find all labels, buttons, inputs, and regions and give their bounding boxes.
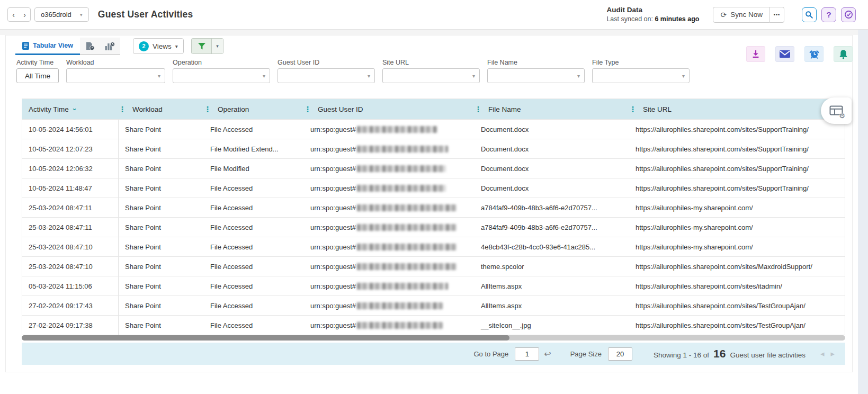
- email-report-button[interactable]: [775, 46, 794, 62]
- column-separator-icon[interactable]: ⋮: [204, 105, 218, 113]
- page-size-input[interactable]: [608, 347, 632, 361]
- column-header-file-name[interactable]: ⋮File Name: [475, 99, 629, 119]
- table-row[interactable]: 10-05-2024 12:07:23Share PointFile Modif…: [22, 139, 845, 158]
- guest-id-prefix: urn:spo:guest#: [310, 321, 356, 329]
- table-row[interactable]: 25-03-2024 08:47:11Share PointFile Acces…: [22, 198, 845, 217]
- back-icon[interactable]: ‹: [8, 8, 19, 21]
- cell-operation: File Accessed: [204, 316, 304, 335]
- column-chooser-button[interactable]: ⚙: [821, 97, 852, 124]
- cell-file-name: __siteIcon__.jpg: [475, 316, 629, 335]
- table-row[interactable]: 27-02-2024 09:17:43Share PointFile Acces…: [22, 296, 845, 315]
- column-header-operation[interactable]: ⋮Operation: [204, 99, 304, 119]
- cell-file-name: Document.docx: [475, 178, 629, 198]
- column-separator-icon[interactable]: ⋮: [629, 105, 643, 113]
- column-header-guest-user-id[interactable]: ⋮Guest User ID: [304, 99, 475, 119]
- column-header-activity-time[interactable]: Activity Time›: [22, 99, 119, 119]
- view-tabs: Tabular View: [15, 38, 120, 55]
- scrollbar-thumb[interactable]: [22, 335, 509, 341]
- cell-site-url: https://ailurophiles.sharepoint.com/site…: [629, 276, 846, 296]
- table-row[interactable]: 25-03-2024 08:47:10Share PointFile Acces…: [22, 237, 845, 256]
- report-panel: Tabular View 2 Views ▾: [5, 35, 853, 372]
- sort-descending-icon[interactable]: ›: [70, 108, 78, 110]
- table-horizontal-scrollbar[interactable]: [22, 335, 845, 341]
- column-separator-icon[interactable]: ⋮: [119, 105, 132, 113]
- filter-button[interactable]: [192, 39, 211, 53]
- cell-guest-user-id: urn:spo:guest#: [304, 198, 475, 217]
- column-header-label: Workload: [132, 105, 163, 113]
- column-separator-icon[interactable]: ⋮: [475, 105, 488, 113]
- table-row[interactable]: 25-03-2024 08:47:10Share PointFile Acces…: [22, 256, 845, 276]
- cell-guest-user-id: urn:spo:guest#: [304, 178, 475, 198]
- sync-more-options-button[interactable]: •••: [770, 7, 784, 23]
- alarm-clock-icon: [809, 49, 819, 59]
- sync-now-button[interactable]: ⟳ Sync Now: [713, 7, 770, 23]
- cell-guest-user-id: urn:spo:guest#: [304, 139, 475, 158]
- activity-time-button[interactable]: All Time: [16, 68, 59, 83]
- cell-operation: File Modified Extend...: [204, 139, 304, 158]
- forward-icon[interactable]: ›: [19, 8, 30, 21]
- cell-operation: File Accessed: [204, 257, 304, 276]
- header-divider: [0, 30, 868, 35]
- next-page-icon[interactable]: ▸: [830, 349, 835, 359]
- bell-icon: [839, 49, 848, 59]
- goto-page-apply-icon[interactable]: ↩: [544, 349, 551, 359]
- filter-select-site-url[interactable]: ▾: [382, 68, 480, 83]
- history-nav: ‹ ›: [7, 7, 31, 22]
- cell-operation: File Accessed: [204, 296, 304, 315]
- chevron-down-icon: ▾: [263, 73, 265, 79]
- views-dropdown[interactable]: 2 Views ▾: [133, 38, 184, 54]
- activities-table: ⚙ Activity Time›⋮Workload⋮Operation⋮Gues…: [22, 98, 845, 335]
- cell-workload: Share Point: [119, 139, 204, 158]
- filter-label: Activity Time: [16, 59, 59, 66]
- cell-activity-time: 27-02-2024 09:17:38: [22, 316, 119, 335]
- browser-scrollbar[interactable]: [858, 30, 868, 394]
- column-header-workload[interactable]: ⋮Workload: [119, 99, 204, 119]
- filter-select-guest-user-id[interactable]: ▾: [278, 68, 375, 83]
- filter-select-file-type[interactable]: ▾: [592, 68, 690, 83]
- table-row[interactable]: 27-02-2024 09:17:38Share PointFile Acces…: [22, 315, 845, 335]
- cell-site-url: https://ailurophiles.sharepoint.com/site…: [629, 296, 846, 315]
- export-download-button[interactable]: [746, 46, 765, 62]
- cell-guest-user-id: urn:spo:guest#: [304, 257, 475, 276]
- audit-data-label: Audit Data: [606, 5, 699, 15]
- cell-site-url: https://ailurophiles.sharepoint.com/site…: [629, 159, 846, 178]
- tab-graphical-view[interactable]: [100, 38, 120, 54]
- chevron-down-icon: ▾: [368, 73, 370, 79]
- cell-site-url: https://ailurophiles.sharepoint.com/site…: [629, 178, 846, 198]
- cell-activity-time: 10-05-2024 14:56:01: [22, 120, 119, 139]
- column-header-site-url[interactable]: ⋮Site URL: [629, 99, 846, 119]
- filter-options-button[interactable]: ▾: [211, 39, 223, 53]
- table-row[interactable]: 05-03-2024 11:15:06Share PointFile Acces…: [22, 276, 845, 296]
- search-icon: [805, 11, 813, 19]
- table-row[interactable]: 25-03-2024 08:47:11Share PointFile Acces…: [22, 217, 845, 237]
- table-row[interactable]: 10-05-2024 14:56:01Share PointFile Acces…: [22, 119, 845, 139]
- table-row[interactable]: 10-05-2024 12:06:32Share PointFile Modif…: [22, 158, 845, 178]
- search-button[interactable]: [802, 7, 817, 22]
- help-button[interactable]: ?: [821, 7, 836, 22]
- filter-select-workload[interactable]: ▾: [66, 68, 165, 83]
- filter-activity-time: Activity TimeAll Time: [16, 59, 59, 83]
- filter-select-file-name[interactable]: ▾: [487, 68, 585, 83]
- schedule-report-button[interactable]: [804, 46, 824, 62]
- filter-label: Site URL: [382, 59, 480, 66]
- table-row[interactable]: 10-05-2024 11:48:47Share PointFile Acces…: [22, 178, 845, 198]
- cell-workload: Share Point: [119, 237, 204, 256]
- cell-activity-time: 10-05-2024 12:07:23: [22, 139, 119, 158]
- guest-id-prefix: urn:spo:guest#: [310, 223, 356, 231]
- task-status-button[interactable]: [841, 7, 856, 22]
- cell-site-url: https://ailurophiles.sharepoint.com/site…: [629, 257, 846, 276]
- tab-tabular-view[interactable]: Tabular View: [15, 38, 80, 55]
- goto-page-input[interactable]: [515, 347, 539, 361]
- filter-select-operation[interactable]: ▾: [173, 68, 270, 83]
- guest-id-prefix: urn:spo:guest#: [310, 184, 356, 192]
- guest-id-redacted: [357, 165, 446, 172]
- column-separator-icon[interactable]: ⋮: [304, 105, 318, 113]
- tab-export-view[interactable]: [80, 38, 100, 54]
- page-size-label: Page Size: [570, 350, 602, 358]
- tenant-selector[interactable]: o365droid ▾: [34, 7, 89, 22]
- cell-site-url: https://ailurophiles.sharepoint.com/site…: [629, 316, 846, 335]
- guest-id-redacted: [357, 185, 446, 192]
- export-report-icon: [85, 42, 95, 50]
- alerts-button[interactable]: [834, 46, 853, 62]
- prev-page-icon[interactable]: ◂: [820, 349, 825, 359]
